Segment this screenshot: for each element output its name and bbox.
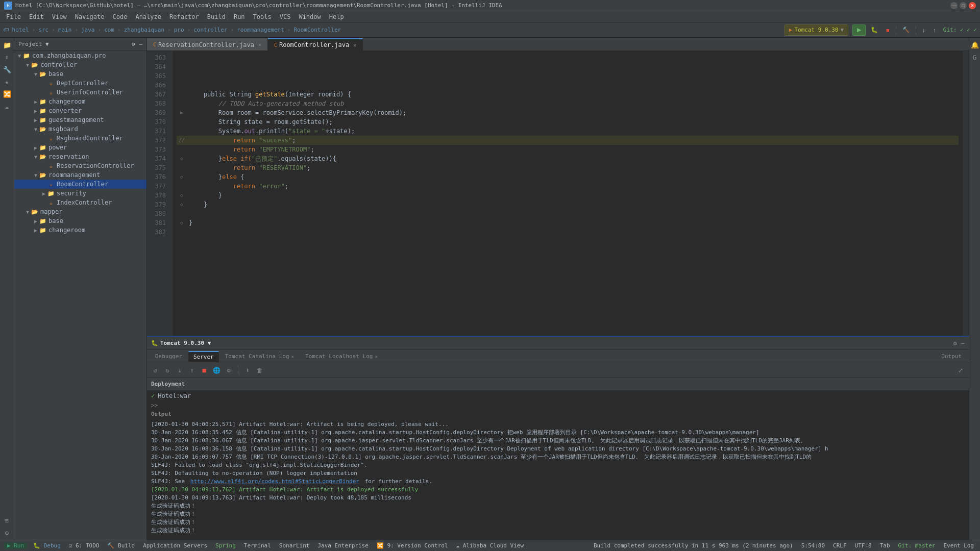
- menu-item-tools[interactable]: Tools: [249, 12, 276, 21]
- tree-item-security[interactable]: ▶📁security: [14, 189, 146, 198]
- log-link[interactable]: http://www.slf4j.org/codes.html#StaticLo…: [190, 478, 359, 486]
- commit-icon[interactable]: ⬆: [2, 52, 12, 62]
- close-button[interactable]: ✕: [969, 2, 976, 9]
- code-content[interactable]: public String getState(Integer roomid) {…: [173, 51, 963, 336]
- breadcrumb-pro[interactable]: pro: [174, 27, 184, 33]
- settings-server-btn[interactable]: ⚙: [224, 365, 234, 375]
- encoding-status[interactable]: UTF-8: [853, 542, 874, 549]
- tree-item-roommanagement[interactable]: ▼📂roommanagement: [14, 170, 146, 180]
- terminal-status[interactable]: Terminal: [242, 542, 273, 549]
- debug-minimize-icon[interactable]: —: [961, 340, 965, 347]
- breadcrumb-java[interactable]: java: [81, 27, 95, 33]
- tree-item-reservation[interactable]: ▼📂reservation: [14, 152, 146, 161]
- breadcrumb-roommanagement[interactable]: roommanagement: [237, 27, 284, 33]
- todo-status[interactable]: ☑ 6: TODO: [67, 542, 102, 549]
- tree-item-ReservationController[interactable]: ☕ReservationController: [14, 161, 146, 170]
- debug-settings-icon[interactable]: ⚙: [953, 340, 957, 347]
- breadcrumb-main[interactable]: main: [58, 27, 72, 33]
- breadcrumb-zhangbaiquan[interactable]: zhangbaiquan: [124, 27, 164, 33]
- tree-item-controller[interactable]: ▼📂controller: [14, 60, 146, 69]
- breadcrumb-controller[interactable]: controller: [193, 27, 227, 33]
- event-log-status[interactable]: Event Log: [941, 542, 976, 549]
- tab-server[interactable]: Server: [188, 351, 219, 362]
- menu-item-edit[interactable]: Edit: [25, 12, 48, 21]
- catalina-close[interactable]: ✕: [291, 354, 294, 359]
- breadcrumb-src[interactable]: src: [38, 27, 48, 33]
- menu-item-file[interactable]: File: [2, 12, 25, 21]
- build-button[interactable]: 🔨: [899, 24, 913, 36]
- project-settings-icon[interactable]: ⚙: [132, 41, 135, 47]
- git-update-button[interactable]: ↓: [919, 24, 928, 36]
- breadcrumb-com[interactable]: com: [104, 27, 114, 33]
- tab-catalina-log[interactable]: Tomcat Catalina Log ✕: [220, 351, 299, 362]
- tree-item-msgboard[interactable]: ▼📂msgboard: [14, 124, 146, 134]
- tomcat-selector[interactable]: ▶ Tomcat 9.0.30 ▼: [785, 24, 848, 36]
- cloud-icon[interactable]: ☁: [2, 101, 12, 111]
- tab-close-reservation[interactable]: ✕: [258, 42, 261, 47]
- tree-item-DeptController[interactable]: ☕DeptController: [14, 79, 146, 88]
- structure-icon[interactable]: 🔧: [2, 64, 12, 74]
- tree-item-IndexController[interactable]: ☕IndexController: [14, 198, 146, 207]
- reload-btn[interactable]: ↻: [162, 365, 173, 375]
- breadcrumb-roomcontroller[interactable]: RoomController: [293, 27, 341, 33]
- settings-icon[interactable]: ⚙: [2, 528, 12, 538]
- menu-item-help[interactable]: Help: [325, 12, 348, 21]
- tree-item-changeroom2[interactable]: ▶📁changeroom: [14, 226, 146, 235]
- stop-button[interactable]: ■: [883, 24, 893, 36]
- undeploy-btn[interactable]: ↑: [187, 365, 197, 375]
- tree-item-guestmanagement[interactable]: ▶📁guestmanagement: [14, 115, 146, 124]
- menu-item-navigate[interactable]: Navigate: [71, 12, 109, 21]
- scroll-end-btn[interactable]: ⬇: [242, 365, 253, 375]
- spring-status[interactable]: Spring: [213, 542, 238, 549]
- tab-localhost-log[interactable]: Tomcat Localhost Log ✕: [300, 351, 383, 362]
- tree-item-base[interactable]: ▼📂base: [14, 69, 146, 79]
- restart-server-btn[interactable]: ↺: [150, 365, 160, 375]
- tree-item-power[interactable]: ▶📁power: [14, 143, 146, 152]
- tree-item-UserinfoController[interactable]: ☕UserinfoController: [14, 88, 146, 97]
- menu-item-build[interactable]: Build: [203, 12, 230, 21]
- tree-item-mapper-base[interactable]: ▶📁base: [14, 216, 146, 226]
- position-status[interactable]: 5:54:80: [799, 542, 827, 549]
- tab-status[interactable]: Tab: [878, 542, 892, 549]
- menu-item-refactor[interactable]: Refactor: [165, 12, 203, 21]
- stop-server-btn[interactable]: ■: [199, 365, 209, 375]
- tree-item-converter[interactable]: ▶📁converter: [14, 106, 146, 115]
- project-collapse-icon[interactable]: —: [139, 41, 142, 47]
- open-browser-btn[interactable]: 🌐: [211, 365, 222, 375]
- deploy-btn[interactable]: ↓: [175, 365, 185, 375]
- vcs-icon[interactable]: 🔀: [2, 89, 12, 99]
- tree-item-MsgboardController[interactable]: ☕MsgboardController: [14, 134, 146, 143]
- run-button[interactable]: ▶: [852, 24, 866, 36]
- tree-item-mapper[interactable]: ▼📂mapper: [14, 207, 146, 216]
- console-output[interactable]: [2020-01-30 04:00:25,571] Artifact Hotel…: [147, 418, 969, 540]
- favorites-icon[interactable]: ★: [2, 77, 12, 87]
- version-control-status[interactable]: 🔀 9: Version Control: [375, 542, 450, 549]
- minimize-button[interactable]: —: [950, 2, 958, 9]
- run-status[interactable]: ▶ Run: [4, 542, 27, 549]
- debug-run-button[interactable]: 🐛: [868, 24, 881, 36]
- tab-room-controller[interactable]: C RoomController.java ✕: [268, 38, 363, 51]
- sonarlint-status[interactable]: SonarLint: [277, 542, 312, 549]
- tree-root[interactable]: ▼📁com.zhangbaiquan.pro: [14, 51, 146, 60]
- tree-item-changeroom[interactable]: ▶📁changeroom: [14, 97, 146, 106]
- breadcrumb-hotel[interactable]: 🏷 hotel: [3, 27, 29, 33]
- menu-item-window[interactable]: Window: [295, 12, 325, 21]
- crlf-status[interactable]: CRLF: [831, 542, 849, 549]
- menu-item-view[interactable]: View: [48, 12, 71, 21]
- menu-item-code[interactable]: Code: [109, 12, 132, 21]
- clear-output-btn[interactable]: 🗑: [255, 365, 265, 375]
- build-status[interactable]: 🔨 Build: [105, 542, 137, 549]
- tree-item-RoomController[interactable]: ☕RoomController: [14, 180, 146, 189]
- gradle-icon[interactable]: G: [970, 52, 980, 62]
- alibaba-cloud-status[interactable]: ☁ Alibaba Cloud View: [454, 542, 526, 549]
- menu-item-vcs[interactable]: VCS: [276, 12, 295, 21]
- git-branch-status[interactable]: Git: master: [896, 542, 938, 549]
- git-push-button[interactable]: ↑: [930, 24, 939, 36]
- expand-panel-btn[interactable]: ⤢: [955, 365, 966, 375]
- localhost-close[interactable]: ✕: [375, 354, 377, 359]
- java-enterprise-status[interactable]: Java Enterprise: [315, 542, 370, 549]
- menu-item-analyze[interactable]: Analyze: [131, 12, 165, 21]
- tab-close-room[interactable]: ✕: [353, 42, 356, 48]
- tab-reservation-controller[interactable]: C ReservationController.java ✕: [147, 38, 268, 51]
- project-icon[interactable]: 📁: [2, 40, 12, 50]
